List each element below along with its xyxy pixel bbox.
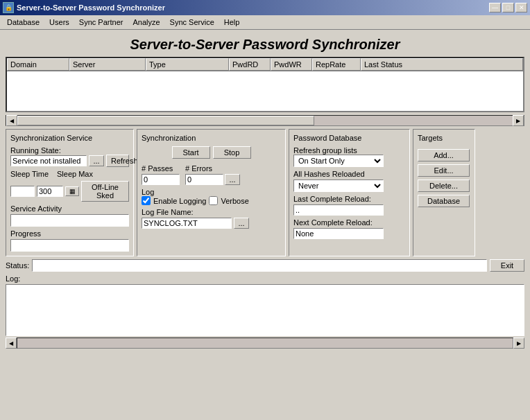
delete-btn[interactable]: Delete... — [418, 180, 470, 192]
sleep-time-input[interactable] — [10, 186, 35, 197]
sleep-labels-row: Sleep Time Sleep Max — [10, 170, 129, 178]
status-row: Status: Exit — [6, 259, 524, 272]
stop-btn[interactable]: Stop — [213, 146, 251, 159]
title-bar-title: Server-to-Server Password Synchronizer — [17, 3, 165, 12]
next-reload-label: Next Complete Reload: — [293, 218, 405, 227]
table-body — [7, 71, 523, 103]
errors-col: # Errors ... — [185, 164, 240, 185]
sync-btn-row: Start Stop — [142, 146, 281, 159]
menu-sync-partner[interactable]: Sync Partner — [75, 17, 128, 28]
bottom-scroll-track[interactable] — [17, 338, 513, 349]
database-btn[interactable]: Database — [418, 195, 470, 207]
refresh-group-label: Refresh group lists — [293, 146, 405, 155]
running-state-label: Running State: — [10, 146, 129, 155]
maximize-button[interactable]: □ — [502, 3, 514, 12]
log-bottom-label: Log: — [6, 274, 524, 283]
bottom-panels: Synchronization Service Running State: .… — [3, 129, 527, 256]
service-activity-label: Service Activity — [10, 204, 129, 213]
bottom-scroll-right[interactable]: ▶ — [513, 338, 524, 349]
last-reload-row — [293, 204, 405, 216]
sync-service-title: Synchronization Service — [10, 134, 129, 142]
col-laststatus: Last Status — [361, 58, 523, 71]
synchronization-title: Synchronization — [142, 134, 281, 142]
scroll-left-btn[interactable]: ◀ — [6, 115, 17, 126]
password-db-panel: Password Database Refresh group lists On… — [289, 129, 410, 256]
refresh-group-select[interactable]: On Start Only Never Always — [293, 155, 384, 167]
log-file-row: ... — [142, 218, 281, 229]
sleep-time-label: Sleep Time — [10, 170, 52, 178]
passes-input[interactable] — [142, 174, 180, 185]
log-file-input[interactable] — [142, 218, 232, 229]
app-icon: 🔒 — [3, 2, 14, 13]
col-reprate: RepRate — [312, 58, 361, 71]
log-label: Log — [142, 188, 281, 196]
sleep-max-input[interactable] — [37, 186, 63, 197]
log-file-name-label: Log File Name: — [142, 208, 281, 216]
start-btn[interactable]: Start — [172, 146, 210, 159]
scroll-thumb[interactable] — [17, 116, 314, 125]
offline-sked-btn[interactable]: Off-Line Sked — [81, 181, 129, 202]
minimize-button[interactable]: — — [489, 3, 501, 12]
table-container: Domain Server Type PwdRD PwdWR RepRate L… — [6, 57, 524, 112]
add-btn[interactable]: Add... — [418, 149, 470, 161]
synchronization-panel: Synchronization Start Stop # Passes # Er… — [137, 129, 286, 256]
menu-analyze[interactable]: Analyze — [128, 17, 164, 28]
all-hashes-label: All Hashes Reloaded — [293, 170, 405, 178]
menu-help[interactable]: Help — [220, 17, 244, 28]
passes-label: # Passes — [142, 164, 180, 173]
progress-label: Progress — [10, 229, 129, 238]
password-db-title: Password Database — [293, 134, 405, 142]
running-state-row: ... Refresh — [10, 155, 129, 167]
status-label: Status: — [6, 261, 29, 270]
table-header: Domain Server Type PwdRD PwdWR RepRate L… — [7, 58, 523, 71]
close-button[interactable]: ✕ — [515, 3, 527, 12]
passes-col: # Passes — [142, 164, 180, 185]
log-file-dots-btn[interactable]: ... — [234, 218, 249, 229]
col-domain: Domain — [7, 58, 69, 71]
next-reload-input[interactable] — [293, 228, 384, 239]
col-pwdrd: PwdRD — [229, 58, 271, 71]
menu-database[interactable]: Database — [3, 17, 44, 28]
targets-panel: Targets Add... Edit... Delete... Databas… — [413, 129, 475, 256]
log-section: Log Enable Logging Verbose Log File Name… — [142, 188, 281, 229]
last-reload-input[interactable] — [293, 204, 384, 216]
table-scrollbar-container: ◀ ▶ — [3, 115, 527, 129]
targets-title: Targets — [418, 134, 470, 142]
bottom-scrollbar: ◀ ▶ — [3, 338, 527, 349]
service-activity-field — [10, 214, 129, 227]
bottom-scroll-left[interactable]: ◀ — [6, 338, 17, 349]
all-hashes-select[interactable]: Never Always On Start Only — [293, 180, 384, 192]
last-reload-label: Last Complete Reload: — [293, 195, 405, 203]
status-input[interactable] — [32, 259, 487, 272]
col-type: Type — [146, 58, 229, 71]
title-bar-buttons: — □ ✕ — [489, 3, 527, 12]
scroll-track[interactable] — [17, 116, 513, 125]
edit-btn[interactable]: Edit... — [418, 164, 470, 177]
log-section-bottom: Log: — [3, 274, 527, 336]
next-reload-row — [293, 228, 405, 239]
page-title: Server-to-Server Password Synchronizer — [3, 33, 527, 57]
refresh-btn[interactable]: Refresh — [106, 155, 129, 167]
progress-bar — [10, 239, 129, 252]
menu-sync-service[interactable]: Sync Service — [166, 17, 219, 28]
title-bar: 🔒 Server-to-Server Password Synchronizer… — [0, 0, 530, 15]
verbose-checkbox[interactable] — [209, 196, 218, 205]
sleep-max-label: Sleep Max — [57, 170, 93, 178]
errors-input[interactable] — [185, 174, 223, 185]
sync-service-panel: Synchronization Service Running State: .… — [6, 129, 134, 256]
running-state-input[interactable] — [10, 155, 87, 166]
calendar-btn[interactable]: ▦ — [65, 186, 79, 196]
status-section: Status: Exit — [3, 259, 527, 272]
menu-bar: Database Users Sync Partner Analyze Sync… — [0, 15, 530, 30]
running-state-dots-btn[interactable]: ... — [89, 155, 104, 166]
sleep-inputs-row: ▦ Off-Line Sked — [10, 181, 129, 202]
passes-errors-row: # Passes # Errors ... — [142, 164, 281, 185]
enable-logging-checkbox[interactable] — [142, 196, 151, 205]
logging-row: Enable Logging Verbose — [142, 196, 281, 205]
errors-dots-btn[interactable]: ... — [225, 174, 240, 185]
menu-users[interactable]: Users — [45, 17, 74, 28]
log-text-area — [6, 284, 524, 336]
col-server: Server — [69, 58, 146, 71]
exit-btn[interactable]: Exit — [490, 259, 524, 272]
scroll-right-btn[interactable]: ▶ — [513, 115, 524, 126]
